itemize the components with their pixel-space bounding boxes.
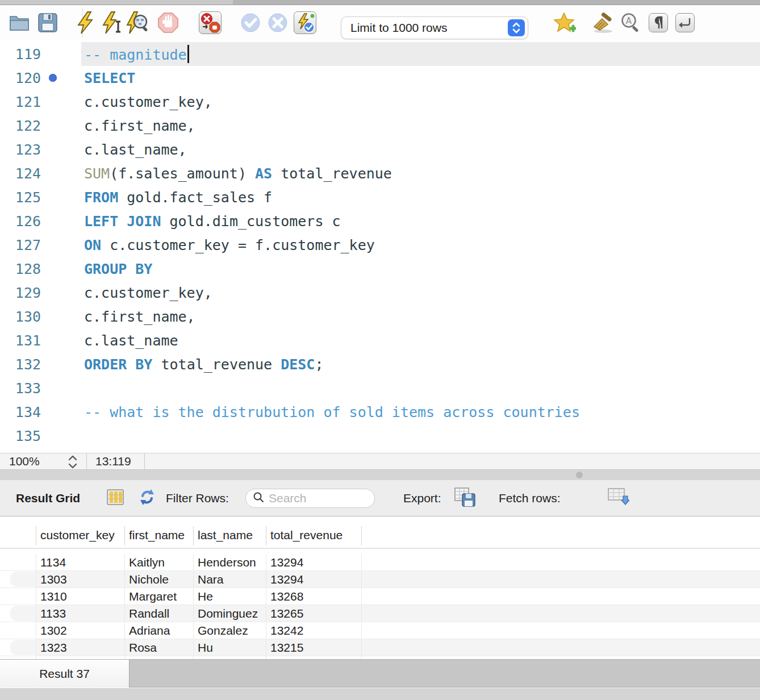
column-header-filler	[362, 542, 760, 548]
code-line[interactable]: 129 c.customer_key,	[0, 281, 760, 305]
code-token-plain: ;	[315, 356, 323, 373]
cell-first-name[interactable]: Nichole	[125, 571, 194, 588]
code-token-plain: c.last_name,	[84, 141, 187, 158]
explain-query-icon[interactable]	[126, 11, 150, 34]
code-token-plain: (f.sales_amount)	[110, 165, 255, 182]
window-tab-strip	[0, 0, 760, 5]
show-invisibles-icon[interactable]	[649, 13, 668, 32]
table-row[interactable]: 1310 Margaret He 13268	[0, 588, 760, 605]
cell-total-revenue[interactable]: 13294	[266, 571, 362, 588]
cell-customer-key[interactable]: 1303	[36, 571, 125, 588]
commit-icon[interactable]	[240, 13, 261, 33]
splitter-handle-icon[interactable]	[576, 472, 583, 478]
cell-customer-key[interactable]: 1310	[36, 588, 125, 605]
export-icon[interactable]	[454, 488, 476, 509]
cell-first-name[interactable]: Margaret	[125, 588, 194, 605]
row-selector-cell[interactable]	[0, 622, 36, 639]
row-selector-cell[interactable]	[0, 588, 36, 605]
pane-splitter[interactable]	[0, 470, 760, 480]
code-line[interactable]: 125 FROM gold.fact_sales f	[0, 185, 760, 209]
cell-total-revenue[interactable]: 13265	[266, 605, 362, 622]
code-line[interactable]: 135	[0, 424, 760, 448]
code-text: c.customer_key,	[84, 285, 212, 301]
cell-total-revenue[interactable]: 13294	[266, 554, 362, 570]
code-line[interactable]: 134 -- what is the distrubution of sold …	[0, 400, 760, 424]
toggle-stop-on-error-icon[interactable]	[199, 11, 222, 34]
limit-rows-dropdown[interactable]: Limit to 1000 rows	[341, 16, 528, 39]
cell-total-revenue[interactable]: 13215	[266, 639, 362, 656]
code-line[interactable]: 131 c.last_name	[0, 328, 760, 352]
fetch-rows-icon[interactable]	[608, 488, 629, 509]
cell-first-name[interactable]: Kaitlyn	[125, 554, 194, 570]
table-row[interactable]: 1133 Randall Dominguez 13265	[0, 605, 760, 622]
gutter-marker-slot	[41, 66, 84, 90]
rollback-icon[interactable]	[268, 13, 288, 33]
cell-last-name[interactable]: Dominguez	[194, 605, 266, 622]
code-line[interactable]: 127 ON c.customer_key = f.customer_key	[0, 233, 760, 257]
cell-total-revenue[interactable]: 13268	[266, 588, 362, 605]
column-header-customer-key[interactable]: customer_key	[36, 528, 125, 548]
code-line[interactable]: 130 c.first_name,	[0, 305, 760, 328]
cell-last-name[interactable]: Henderson	[194, 554, 266, 570]
code-line[interactable]: 126 LEFT JOIN gold.dim_customers c	[0, 209, 760, 233]
save-snippet-icon[interactable]	[553, 12, 576, 34]
column-header-total-revenue[interactable]: total_revenue	[266, 528, 362, 548]
code-line[interactable]: 132 ORDER BY total_revenue DESC;	[0, 352, 760, 376]
cell-first-name[interactable]: Rosa	[125, 639, 194, 656]
cell-customer-key[interactable]: 1133	[36, 605, 125, 622]
row-selector-cell[interactable]	[0, 639, 36, 656]
line-number: 132	[0, 356, 41, 373]
code-line[interactable]: 120 SELECT	[0, 66, 760, 90]
execute-query-icon[interactable]	[76, 11, 94, 34]
save-icon[interactable]	[37, 13, 58, 33]
toggle-autocommit-icon[interactable]	[294, 11, 316, 34]
row-selector-cell[interactable]	[0, 554, 36, 570]
refresh-icon[interactable]	[138, 488, 156, 509]
tab-result-37[interactable]: Result 37	[0, 660, 130, 688]
code-line[interactable]: 119 -- magnitude	[0, 42, 760, 66]
cell-customer-key[interactable]: 1134	[36, 554, 125, 570]
column-header-last-name[interactable]: last_name	[194, 528, 266, 548]
code-line[interactable]: 133	[0, 376, 760, 400]
table-row[interactable]: 1303 Nichole Nara 13294	[0, 571, 760, 588]
result-grid-toolbar: Result Grid Filter Rows: Export: Fetch r…	[0, 480, 760, 516]
cell-first-name[interactable]: Adriana	[125, 622, 194, 639]
row-selector-cell[interactable]	[0, 571, 36, 588]
cell-last-name[interactable]: He	[194, 588, 266, 605]
table-row[interactable]: 1302 Adriana Gonzalez 13242	[0, 622, 760, 639]
beautify-query-icon[interactable]	[591, 12, 616, 34]
code-line[interactable]: 128 GROUP BY	[0, 257, 760, 281]
stop-query-icon[interactable]	[157, 12, 179, 34]
code-token-plain: gold.dim_customers c	[161, 213, 340, 230]
find-in-script-icon[interactable]: A	[620, 12, 641, 34]
open-file-icon[interactable]	[9, 13, 30, 32]
cell-last-name[interactable]: Hu	[194, 639, 266, 656]
table-row[interactable]: 1323 Rosa Hu 13215	[0, 639, 760, 656]
code-line[interactable]: 121 c.customer_key,	[0, 90, 760, 114]
execute-statement-icon[interactable]	[102, 11, 123, 34]
column-header-first-name[interactable]: first_name	[125, 528, 194, 548]
grid-view-icon[interactable]	[107, 489, 124, 507]
code-line[interactable]: 123 c.last_name,	[0, 138, 760, 161]
sql-editor[interactable]: 119 -- magnitude 120 SELECT 121 c.custom…	[0, 40, 760, 453]
line-number: 127	[0, 237, 41, 253]
cell-customer-key[interactable]: 1302	[36, 622, 125, 639]
cell-last-name[interactable]: Gonzalez	[194, 622, 266, 639]
code-line[interactable]: 122 c.first_name,	[0, 114, 760, 138]
cell-customer-key[interactable]: 1323	[36, 639, 125, 656]
cell-last-name[interactable]: Nara	[194, 571, 266, 588]
cell-first-name[interactable]: Randall	[125, 605, 194, 622]
bottom-scroll-strip[interactable]	[0, 688, 760, 700]
cell-total-revenue[interactable]: 13242	[266, 622, 362, 639]
row-selector-header[interactable]	[0, 542, 36, 548]
search-input[interactable]	[269, 491, 423, 505]
code-token-keyword: LEFT JOIN	[84, 213, 161, 230]
table-row[interactable]: 1134 Kaitlyn Henderson 13294	[0, 554, 760, 571]
row-selector-cell[interactable]	[0, 605, 36, 622]
filter-search-field[interactable]	[245, 489, 375, 508]
line-number: 131	[0, 332, 41, 349]
toggle-word-wrap-icon[interactable]	[675, 13, 695, 32]
code-text: -- magnitude	[84, 45, 189, 63]
code-line[interactable]: 124 SUM(f.sales_amount) AS total_revenue	[0, 161, 760, 185]
line-number: 121	[0, 94, 41, 110]
